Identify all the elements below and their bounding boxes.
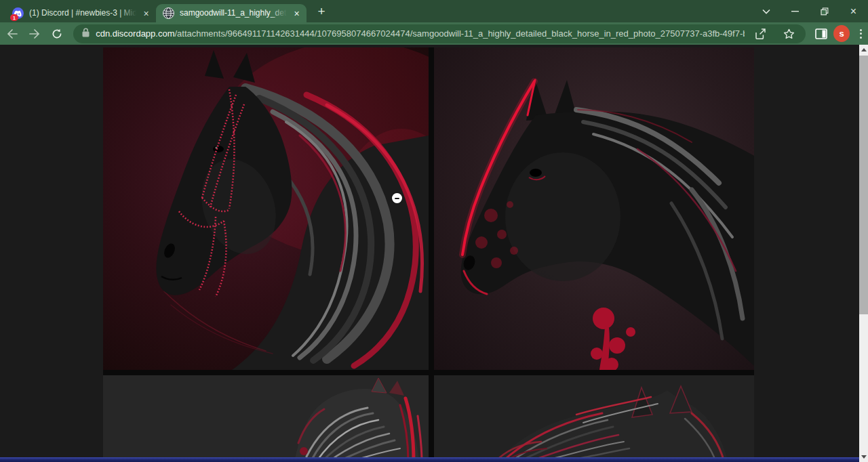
tab-discord[interactable]: 1 (1) Discord | #newbies-3 | Midjou × xyxy=(5,4,156,22)
tab-bar: 1 (1) Discord | #newbies-3 | Midjou × sa… xyxy=(0,0,868,22)
restore-button[interactable] xyxy=(810,0,839,22)
horse-art-top-left xyxy=(103,47,429,370)
image-quadrant-top-right[interactable] xyxy=(434,47,754,370)
omnibox-actions xyxy=(751,25,797,43)
tab-title: (1) Discord | #newbies-3 | Midjou xyxy=(29,8,136,18)
url-text: cdn.discordapp.com/attachments/966491171… xyxy=(96,28,745,39)
window-controls: × xyxy=(751,0,868,22)
menu-kebab-icon[interactable] xyxy=(854,29,868,39)
taskbar-sliver xyxy=(0,457,859,462)
forward-icon[interactable] xyxy=(25,24,45,43)
tab-search-chevron-icon[interactable] xyxy=(751,0,781,22)
back-icon[interactable] xyxy=(3,24,22,43)
image-quadrant-bottom-right[interactable] xyxy=(434,375,754,462)
horse-art-bottom-left xyxy=(103,375,429,462)
scrollbar-thumb[interactable] xyxy=(859,56,868,314)
image-quadrant-bottom-left[interactable] xyxy=(103,375,429,462)
globe-favicon-icon xyxy=(163,7,174,19)
lock-icon[interactable] xyxy=(82,28,90,40)
browser-window: 1 (1) Discord | #newbies-3 | Midjou × sa… xyxy=(0,0,868,462)
tab-close-icon[interactable]: × xyxy=(291,7,302,19)
tab-title: samgoodwill-11_a_highly_detaile xyxy=(180,8,287,18)
tab-close-icon[interactable]: × xyxy=(140,7,152,19)
minimize-button[interactable] xyxy=(781,0,810,22)
reload-icon[interactable] xyxy=(47,24,66,43)
horse-art-bottom-right xyxy=(434,375,754,462)
scroll-down-icon[interactable] xyxy=(859,452,868,462)
url-domain: cdn.discordapp.com xyxy=(96,28,174,39)
address-bar[interactable]: cdn.discordapp.com/attachments/966491171… xyxy=(73,24,806,43)
zoom-out-cursor-icon xyxy=(392,193,402,203)
notification-badge: 1 xyxy=(10,14,18,21)
page-content xyxy=(0,45,868,462)
vertical-scrollbar[interactable] xyxy=(859,45,868,462)
horse-image-grid[interactable] xyxy=(103,47,754,462)
discord-favicon-icon: 1 xyxy=(12,7,24,19)
url-path: /attachments/966491171142631444/10769580… xyxy=(175,28,745,39)
close-window-button[interactable]: × xyxy=(839,0,868,22)
new-tab-button[interactable]: + xyxy=(312,2,331,21)
profile-avatar[interactable]: s xyxy=(833,25,850,42)
scroll-up-icon[interactable] xyxy=(859,45,868,55)
share-icon[interactable] xyxy=(751,25,769,43)
navigation-toolbar: cdn.discordapp.com/attachments/966491171… xyxy=(0,22,868,45)
bookmark-star-icon[interactable] xyxy=(780,25,797,43)
horse-art-top-right xyxy=(434,47,754,370)
side-panel-icon[interactable] xyxy=(812,25,829,43)
image-quadrant-top-left[interactable] xyxy=(103,47,429,370)
tab-image-active[interactable]: samgoodwill-11_a_highly_detaile × xyxy=(156,4,307,22)
